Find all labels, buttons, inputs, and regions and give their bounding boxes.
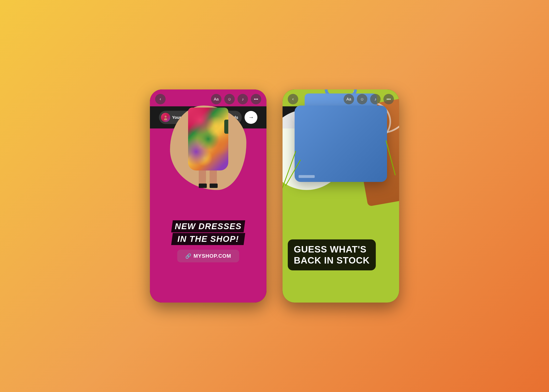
text-style-button[interactable]: Aa xyxy=(211,94,222,104)
story-avatar xyxy=(161,113,170,122)
phone2-top-icons: Aa ☺ ♪ ••• xyxy=(344,94,394,104)
music-button[interactable]: ♪ xyxy=(370,94,381,104)
avatar-icon xyxy=(163,115,168,120)
right-leg xyxy=(210,168,218,188)
bag-display xyxy=(283,105,399,182)
phone1-screen: ‹ Aa ☺ ♪ ••• xyxy=(150,90,266,302)
text-icon: Aa xyxy=(347,97,351,102)
svg-point-1 xyxy=(164,118,167,120)
shoe-shape xyxy=(210,183,218,188)
leg-shape xyxy=(199,168,206,185)
phone2-back-button[interactable]: ‹ xyxy=(288,94,298,104)
headline-line1: NEW DRESSES xyxy=(171,220,245,232)
sticker-button[interactable]: ☺ xyxy=(357,94,367,104)
guess-headline: GUESS WHAT'S BACK IN STOCK xyxy=(294,244,370,266)
phone1-top-bar: ‹ Aa ☺ ♪ ••• xyxy=(150,90,266,106)
phone1-next-button[interactable]: → xyxy=(244,111,257,124)
leg-shape xyxy=(210,168,217,185)
guess-line2: BACK IN STOCK xyxy=(294,255,370,266)
bag-body xyxy=(295,105,387,182)
music-icon: ♪ xyxy=(374,97,376,102)
phone2: ‹ Aa ☺ ♪ ••• xyxy=(283,90,399,302)
music-button[interactable]: ♪ xyxy=(237,94,248,104)
phone2-top-bar: ‹ Aa ☺ ♪ ••• xyxy=(283,90,399,106)
shop-link-button[interactable]: 🔗 MYSHOP.COM xyxy=(177,250,239,262)
sticker-icon: ☺ xyxy=(360,97,364,102)
more-button[interactable]: ••• xyxy=(251,94,261,104)
purse xyxy=(224,120,228,134)
link-icon: 🔗 xyxy=(185,253,192,259)
guess-line1: GUESS WHAT'S xyxy=(294,244,370,255)
dress-body xyxy=(188,108,228,170)
guess-text-box: GUESS WHAT'S BACK IN STOCK xyxy=(288,239,376,270)
link-label: MYSHOP.COM xyxy=(194,253,231,259)
dress-legs xyxy=(199,168,218,188)
svg-point-0 xyxy=(165,116,167,118)
left-leg xyxy=(199,168,207,188)
phone1-top-icons: Aa ☺ ♪ ••• xyxy=(211,94,261,104)
phone1-text-area: NEW DRESSES IN THE SHOP! 🔗 MYSHOP.COM xyxy=(150,220,266,262)
phone1-back-button[interactable]: ‹ xyxy=(155,94,166,104)
text-icon: Aa xyxy=(214,97,219,102)
bag-label xyxy=(299,175,315,178)
phone2-screen: ‹ Aa ☺ ♪ ••• xyxy=(283,90,399,302)
more-icon: ••• xyxy=(386,97,391,102)
dress-figure xyxy=(184,108,232,188)
sticker-icon: ☺ xyxy=(228,97,231,102)
back-icon: ‹ xyxy=(292,97,294,102)
next-arrow-icon: → xyxy=(248,114,254,121)
more-button[interactable]: ••• xyxy=(383,94,394,104)
sticker-button[interactable]: ☺ xyxy=(224,94,235,104)
shoe-shape xyxy=(199,183,207,188)
music-icon: ♪ xyxy=(242,97,244,102)
headline-line2: IN THE SHOP! xyxy=(171,233,245,245)
text-style-button[interactable]: Aa xyxy=(344,94,354,104)
bag-container xyxy=(295,105,387,182)
phone1: ‹ Aa ☺ ♪ ••• xyxy=(150,90,266,302)
back-icon: ‹ xyxy=(160,97,161,102)
more-icon: ••• xyxy=(254,97,258,102)
dress-image-area xyxy=(170,105,246,190)
main-headline: NEW DRESSES IN THE SHOP! xyxy=(171,220,245,246)
